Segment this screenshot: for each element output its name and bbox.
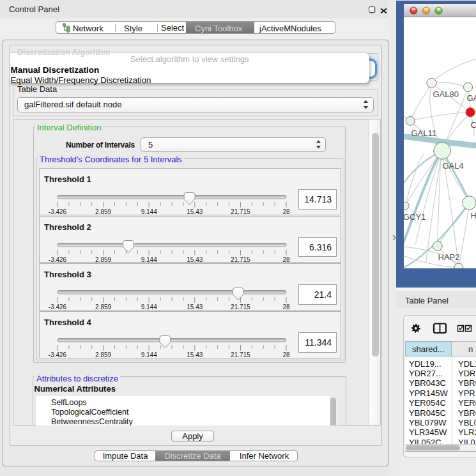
svg-text:GAL11: GAL11 [411,128,436,138]
svg-text:-3.426: -3.426 [49,208,67,215]
svg-text:-3.426: -3.426 [49,303,67,311]
svg-text:15.43: 15.43 [187,303,203,311]
svg-text:21.715: 21.715 [231,303,250,311]
svg-text:2.859: 2.859 [95,256,111,263]
svg-text:9.144: 9.144 [141,208,157,215]
svg-text:CY: CY [470,120,476,130]
svg-text:2.859: 2.859 [95,303,111,311]
svg-text:15.43: 15.43 [187,208,203,215]
svg-text:28: 28 [282,256,290,263]
svg-text:HAP2: HAP2 [438,252,459,262]
svg-text:9.144: 9.144 [141,351,157,358]
svg-text:2.859: 2.859 [95,208,111,215]
svg-text:28: 28 [282,351,290,358]
svg-text:28: 28 [282,208,290,215]
svg-text:9.144: 9.144 [141,256,157,263]
svg-text:GAL: GAL [466,93,476,103]
svg-text:GCY1: GCY1 [404,212,426,222]
svg-text:GAL80: GAL80 [433,89,458,99]
svg-text:GAL4: GAL4 [442,161,463,171]
svg-text:-3.426: -3.426 [49,256,67,263]
svg-text:21.715: 21.715 [231,351,250,358]
svg-text:15.43: 15.43 [187,351,203,358]
svg-text:2.859: 2.859 [95,351,111,358]
svg-text:9.144: 9.144 [141,303,157,311]
svg-text:-3.426: -3.426 [49,351,67,358]
svg-text:28: 28 [282,303,290,311]
svg-text:HI: HI [470,211,476,220]
svg-text:15.43: 15.43 [187,256,203,263]
svg-text:21.715: 21.715 [231,256,250,263]
svg-text:21.715: 21.715 [231,208,250,215]
